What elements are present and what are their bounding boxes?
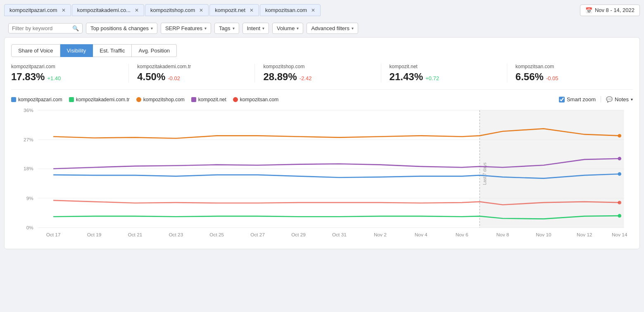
tab-kompozitnet[interactable]: kompozit.net ✕	[209, 4, 259, 16]
legend-color-1	[11, 97, 16, 102]
svg-point-31	[618, 201, 621, 205]
keyword-search[interactable]: 🔍	[8, 23, 83, 33]
smart-zoom-toggle[interactable]: Smart zoom	[559, 96, 596, 102]
tab-close-5[interactable]: ✕	[311, 7, 315, 13]
browser-tabs: kompozitpazari.com ✕ kompozitakademi.co.…	[4, 4, 640, 16]
svg-text:Oct 27: Oct 27	[250, 232, 265, 237]
tab-close-1[interactable]: ✕	[62, 7, 66, 13]
date-picker[interactable]: 📅 Nov 8 - 14, 2022	[580, 5, 640, 16]
tab-est-traffic[interactable]: Est. Traffic	[93, 44, 132, 57]
svg-rect-10	[480, 110, 624, 228]
chevron-down-icon: ▾	[352, 26, 354, 31]
main-card: Share of Voice Visibility Est. Traffic A…	[4, 37, 640, 249]
svg-text:Oct 31: Oct 31	[332, 232, 347, 237]
keyword-input[interactable]	[12, 25, 70, 31]
svg-text:Last 7 days: Last 7 days	[482, 162, 487, 185]
tab-close-4[interactable]: ✕	[250, 7, 254, 13]
svg-text:Nov 4: Nov 4	[415, 232, 428, 237]
legend-color-3	[136, 97, 141, 102]
legend-color-5	[233, 97, 238, 102]
tab-kompozitsan[interactable]: kompozitsan.com ✕	[260, 4, 321, 16]
tab-kompozitakademi[interactable]: kompozitakademi.co... ✕	[72, 4, 144, 16]
metric-domain-4: kompozit.net	[390, 64, 499, 69]
tab-kompozitpazari[interactable]: kompozitpazari.com ✕	[4, 4, 71, 16]
legend-right: Smart zoom 💬 Notes ▾	[559, 96, 633, 102]
metric-domain-5: kompozitsan.com	[516, 64, 625, 69]
svg-text:Nov 6: Nov 6	[456, 232, 468, 237]
intent-filter[interactable]: Intent ▾	[242, 23, 269, 34]
legend-item-2[interactable]: kompozitakademi.com.tr	[69, 97, 130, 102]
svg-text:0%: 0%	[26, 225, 34, 230]
metric-value-1: 17.83% +1.40	[11, 71, 120, 83]
metric-domain-1: kompozitpazari.com	[11, 64, 120, 69]
svg-text:Oct 29: Oct 29	[291, 232, 306, 237]
intent-label: Intent	[247, 25, 261, 31]
tab-label: kompozit.net	[215, 7, 245, 13]
search-icon[interactable]: 🔍	[72, 25, 79, 31]
advanced-filters-label: Advanced filters	[311, 25, 349, 31]
tab-share-of-voice[interactable]: Share of Voice	[11, 44, 60, 57]
tab-close-2[interactable]: ✕	[135, 7, 139, 13]
chart-tabs: Share of Voice Visibility Est. Traffic A…	[11, 44, 633, 57]
notes-button[interactable]: 💬 Notes ▾	[601, 96, 633, 102]
tab-visibility[interactable]: Visibility	[60, 44, 93, 57]
metric-domain-2: kompozitakademi.com.tr	[137, 64, 246, 69]
legend-item-1[interactable]: kompozitpazari.com	[11, 97, 62, 102]
tags-label: Tags	[219, 25, 230, 31]
svg-text:Oct 25: Oct 25	[209, 232, 224, 237]
serp-features-filter[interactable]: SERP Features ▾	[161, 23, 211, 34]
tab-close-3[interactable]: ✕	[199, 7, 203, 13]
legend-label-3: kompozitshop.com	[143, 97, 185, 102]
tab-kompozitshop[interactable]: kompozitshop.com ✕	[145, 4, 209, 16]
metric-value-4: 21.43% +0.72	[390, 71, 499, 83]
svg-text:Oct 19: Oct 19	[87, 232, 102, 237]
legend-item-3[interactable]: kompozitshop.com	[136, 97, 185, 102]
metric-change-1: +1.40	[47, 75, 61, 81]
metric-change-4: +0.72	[425, 75, 439, 81]
metric-kompozitshop: kompozitshop.com 28.89% -2.42	[255, 64, 381, 83]
metric-change-5: -0.05	[546, 75, 558, 81]
metric-kompozitakademi: kompozitakademi.com.tr 4.50% -0.02	[129, 64, 255, 83]
top-positions-filter[interactable]: Top positions & changes ▾	[86, 23, 157, 34]
tab-label: kompozitshop.com	[150, 7, 195, 13]
legend-color-4	[191, 97, 196, 102]
tab-label: kompozitakademi.co...	[77, 7, 131, 13]
tags-filter[interactable]: Tags ▾	[214, 23, 239, 34]
date-range-label: Nov 8 - 14, 2022	[595, 7, 634, 13]
svg-point-32	[618, 214, 621, 218]
svg-text:Oct 17: Oct 17	[46, 232, 61, 237]
svg-text:36%: 36%	[24, 107, 33, 113]
tab-avg-position[interactable]: Avg. Position	[132, 44, 177, 57]
notes-icon: 💬	[606, 96, 613, 102]
legend-label-4: kompozit.net	[198, 97, 226, 102]
advanced-filters[interactable]: Advanced filters ▾	[307, 23, 358, 34]
svg-point-30	[618, 172, 621, 176]
metric-change-2: -0.02	[168, 75, 180, 81]
svg-text:Nov 10: Nov 10	[536, 232, 551, 237]
calendar-icon: 📅	[585, 7, 592, 14]
legend-item-5[interactable]: kompozitsan.com	[233, 97, 278, 102]
notes-label: Notes	[615, 96, 629, 102]
volume-filter[interactable]: Volume ▾	[272, 23, 303, 34]
svg-text:Oct 23: Oct 23	[169, 232, 183, 237]
svg-text:18%: 18%	[24, 166, 33, 171]
chevron-down-icon: ▾	[151, 26, 153, 31]
svg-text:Oct 21: Oct 21	[128, 232, 143, 237]
chevron-down-icon: ▾	[631, 97, 633, 102]
metric-kompozitsan: kompozitsan.com 6.56% -0.05	[507, 64, 633, 83]
svg-text:27%: 27%	[24, 137, 33, 142]
legend-color-2	[69, 97, 74, 102]
metric-change-3: -2.42	[299, 75, 312, 81]
chevron-down-icon: ▾	[233, 26, 235, 31]
metric-kompozitpazari: kompozitpazari.com 17.83% +1.40	[11, 64, 129, 83]
svg-text:Nov 8: Nov 8	[497, 232, 509, 237]
serp-features-label: SERP Features	[165, 25, 202, 31]
legend-label-5: kompozitsan.com	[240, 97, 278, 102]
metric-value-5: 6.56% -0.05	[516, 71, 625, 83]
svg-text:Nov 14: Nov 14	[612, 232, 627, 237]
smart-zoom-checkbox[interactable]	[559, 97, 565, 102]
legend-item-4[interactable]: kompozit.net	[191, 97, 226, 102]
svg-text:Nov 2: Nov 2	[374, 232, 387, 237]
chevron-down-icon: ▾	[204, 26, 207, 31]
tab-visibility-label: Visibility	[67, 48, 86, 54]
